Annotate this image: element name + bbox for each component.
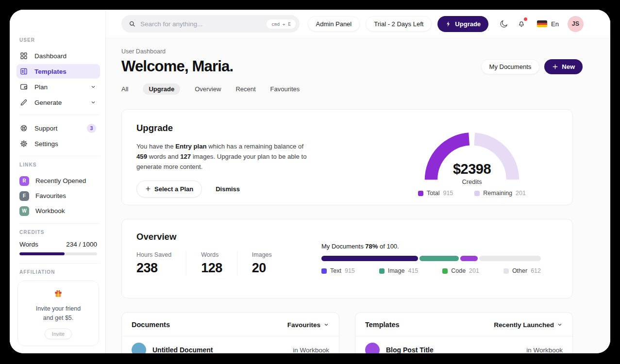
stat-hours-saved: Hours Saved 238 [136,251,186,276]
divider [19,115,100,115]
bar-segment-text [321,256,418,261]
notifications-button[interactable] [516,18,527,30]
sidebar-item-settings[interactable]: Settings [17,136,100,151]
tab-overview[interactable]: Overview [195,83,221,95]
user-avatar[interactable]: JS [568,16,584,32]
documents-card-title: Documents [132,321,170,329]
gauge-amount: $2398 [415,161,529,177]
documents-card: Documents Favourites Untitled Document i… [121,312,339,353]
dismiss-button[interactable]: Dismiss [216,185,240,193]
upgrade-card-title: Upgrade [136,123,331,133]
invite-button[interactable]: Invite [45,329,72,339]
trial-status-badge[interactable]: Trial - 2 Days Left [366,16,432,32]
upgrade-button[interactable]: Upgrade [437,16,488,32]
germany-flag-icon [537,20,547,27]
upgrade-button-label: Upgrade [455,20,481,28]
main-area: cmd + E Admin Panel Trial - 2 Days Left … [106,10,610,353]
notification-dot [524,17,527,21]
progress-title: My Documents 78% of 100. [321,243,541,250]
documents-filter-dropdown[interactable]: Favourites [287,321,329,329]
sidebar-item-plan[interactable]: Plan [17,80,100,94]
sidebar-section-links: LINKS [19,162,100,167]
topbar: cmd + E Admin Panel Trial - 2 Days Left … [106,10,610,38]
divider [19,223,100,224]
lifebuoy-icon [19,124,28,132]
bolt-icon [445,21,452,27]
support-count-badge: 3 [87,124,96,133]
sidebar-item-generate[interactable]: Generate [17,95,100,110]
my-documents-button[interactable]: My Documents [481,59,540,74]
sidebar: USER Dashboard Templates Plan [10,10,106,353]
select-plan-button[interactable]: Select a Plan [136,181,202,198]
link-initial-badge: W [19,206,29,216]
templates-card: Templates Recently Launched Blog Post Ti… [355,312,573,353]
affiliation-text-line1: Invite your friend [23,304,94,314]
search-bar[interactable]: cmd + E [121,15,300,33]
new-button-label: New [562,63,575,70]
legend-swatch [442,268,448,274]
chevron-down-icon [323,322,329,328]
tab-upgrade[interactable]: Upgrade [143,83,180,95]
legend-item-code: Code 201 [442,267,479,274]
affiliation-text-line2: and get $5. [23,314,94,323]
bar-segment-image [419,256,459,261]
bar-legend: Text 915 Image 415 Code 201 [321,267,541,274]
grid-icon [19,51,28,60]
credits-gauge: $2398 Credits Total 915 Remaining [399,123,545,205]
admin-panel-button[interactable]: Admin Panel [308,16,360,32]
link-initial-badge: R [19,176,29,186]
wallet-icon [19,83,28,91]
dark-mode-toggle[interactable] [498,18,510,30]
overview-card: Overview Hours Saved 238 Words 128 Image… [121,219,573,298]
stats-row: Hours Saved 238 Words 128 Images 20 [136,251,272,276]
template-row[interactable]: Blog Post Title in Workbook [355,336,572,353]
legend-swatch [321,268,327,274]
link-initial-badge: F [19,191,29,201]
sidebar-link-favourites[interactable]: F Favourites [17,188,100,203]
legend-item-other: Other 612 [503,267,541,274]
divider [19,156,100,156]
filter-tabs: All Upgrade Overview Recent Favourites [121,83,573,95]
legend-item-total: Total 915 [418,190,453,197]
link-label: Favourites [35,192,66,199]
tab-recent[interactable]: Recent [235,83,255,95]
sidebar-item-dashboard[interactable]: Dashboard [17,49,100,63]
credits-value: 234 / 1000 [66,241,97,248]
app-window: USER Dashboard Templates Plan [10,10,610,353]
document-row[interactable]: Untitled Document in Workbook [122,336,339,353]
legend-swatch [379,268,385,274]
sidebar-section-affiliation: AFFILIATION [19,269,100,275]
sidebar-item-label: Settings [34,140,58,148]
document-location: in Workbook [293,347,329,354]
search-input[interactable] [140,20,262,28]
sidebar-item-support[interactable]: Support 3 [17,121,100,135]
document-title: Untitled Document [152,346,213,353]
sidebar-section-credits: CREDITS [19,230,100,235]
legend-swatch [418,191,423,196]
stacked-progress-bar [321,256,541,261]
chevron-down-icon [557,322,563,328]
tab-favourites[interactable]: Favourites [270,83,300,95]
bar-segment-other [479,256,541,261]
affiliation-box: Invite your friend and get $5. Invite [17,281,99,346]
sidebar-link-workbook[interactable]: W Workbook [17,203,100,218]
chevron-down-icon [90,99,96,105]
chevron-down-icon [90,84,96,90]
language-label: En [551,20,559,28]
new-button[interactable]: New [544,59,583,74]
sidebar-section-user: USER [19,37,100,43]
language-selector[interactable]: En [537,20,559,28]
legend-swatch [474,191,480,196]
gift-icon [53,292,63,300]
sidebar-item-label: Dashboard [34,52,67,60]
bar-segment-code [460,256,478,261]
sidebar-item-templates[interactable]: Templates [17,64,100,79]
legend-item-image: Image 415 [379,267,419,274]
moon-icon [500,19,508,28]
sidebar-link-recently-opened[interactable]: R Recently Opened [17,173,100,188]
tab-all[interactable]: All [121,83,128,95]
plus-icon [552,64,558,70]
credits-block: Words 234 / 1000 [19,241,97,255]
gauge-legend: Total 915 Remaining 201 [399,190,545,197]
templates-filter-dropdown[interactable]: Recently Launched [494,321,563,329]
